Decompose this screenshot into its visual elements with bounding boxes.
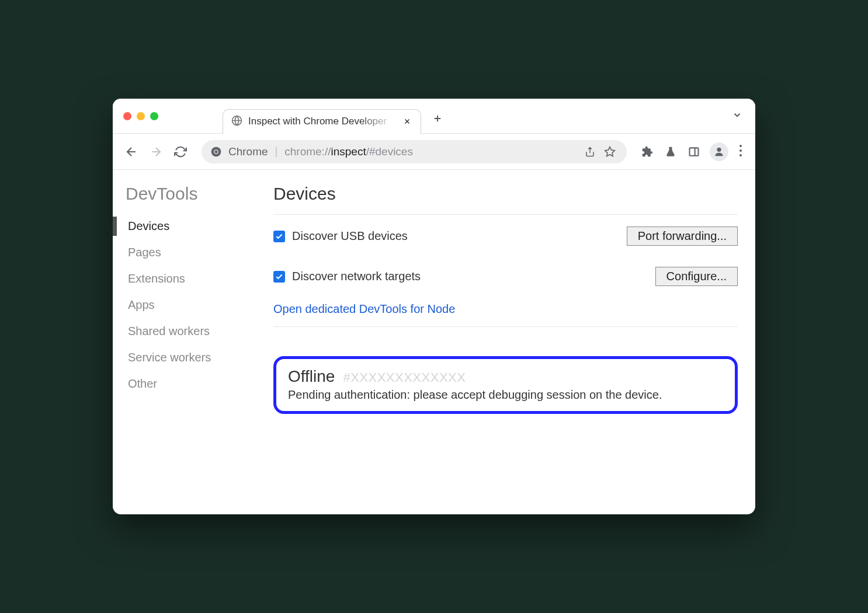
discover-network-row: Discover network targets Configure... [273,255,738,295]
toolbar-icons [640,142,745,161]
side-panel-icon[interactable] [686,144,702,159]
kebab-menu-icon[interactable] [737,144,745,159]
share-icon[interactable] [582,144,598,159]
chrome-icon [210,145,223,158]
discover-usb-row: Discover USB devices Port forwarding... [273,215,738,255]
configure-button[interactable]: Configure... [655,267,738,286]
svg-point-6 [717,147,721,151]
address-scheme-label: Chrome [228,145,268,158]
svg-point-7 [739,145,742,147]
sidebar-item-other[interactable]: Other [113,371,256,397]
offline-device-card: Offline #XXXXXXXXXXXXX Pending authentic… [273,356,738,414]
extensions-icon[interactable] [640,144,655,159]
browser-tab[interactable]: Inspect with Chrome Developer [223,109,421,134]
window-controls [123,112,158,120]
titlebar-right [730,107,745,125]
labs-flask-icon[interactable] [663,144,678,159]
toolbar: Chrome | chrome://inspect/#devices [113,134,755,170]
sidebar-item-service-workers[interactable]: Service workers [113,344,256,371]
bookmark-star-icon[interactable] [602,144,617,159]
svg-point-9 [739,154,742,156]
tab-title: Inspect with Chrome Developer [248,116,396,127]
minimize-window-button[interactable] [137,112,145,120]
address-url: chrome://inspect/#devices [284,145,577,158]
discover-usb-label: Discover USB devices [292,229,408,243]
address-separator: | [275,145,278,158]
address-bar[interactable]: Chrome | chrome://inspect/#devices [202,140,627,163]
sidebar-item-pages[interactable]: Pages [113,239,256,266]
maximize-window-button[interactable] [150,112,158,120]
discover-network-label: Discover network targets [292,270,421,283]
profile-avatar-icon[interactable] [710,142,728,161]
new-tab-button[interactable] [428,109,447,128]
page-title: Devices [273,184,738,215]
node-devtools-link[interactable]: Open dedicated DevTools for Node [273,302,455,315]
discover-network-checkbox[interactable] [273,271,285,283]
forward-button[interactable] [148,144,164,160]
sidebar-item-extensions[interactable]: Extensions [113,266,256,292]
back-button[interactable] [123,144,140,160]
node-devtools-row: Open dedicated DevTools for Node [273,295,738,327]
svg-point-3 [214,150,217,153]
svg-rect-4 [690,148,699,155]
sidebar: DevTools Devices Pages Extensions Apps S… [113,170,256,514]
sidebar-item-apps[interactable]: Apps [113,292,256,318]
titlebar: Inspect with Chrome Developer [113,99,755,134]
offline-status-label: Offline [288,367,335,386]
close-tab-icon[interactable] [402,116,412,127]
main-panel: Devices Discover USB devices Port forwar… [256,170,755,514]
address-actions [582,144,622,159]
reload-button[interactable] [172,144,189,160]
svg-point-8 [739,149,742,152]
browser-window: Inspect with Chrome Developer [113,99,755,514]
tabs-dropdown-button[interactable] [730,107,745,125]
sidebar-item-devices[interactable]: Devices [113,213,256,239]
sidebar-title: DevTools [113,184,256,213]
port-forwarding-button[interactable]: Port forwarding... [627,227,738,246]
page-content: DevTools Devices Pages Extensions Apps S… [113,170,755,514]
offline-message: Pending authentication: please accept de… [288,388,723,402]
globe-icon [231,115,242,128]
discover-usb-checkbox[interactable] [273,231,285,242]
sidebar-item-shared-workers[interactable]: Shared workers [113,318,256,344]
close-window-button[interactable] [123,112,131,120]
offline-device-id: #XXXXXXXXXXXXX [343,370,466,385]
